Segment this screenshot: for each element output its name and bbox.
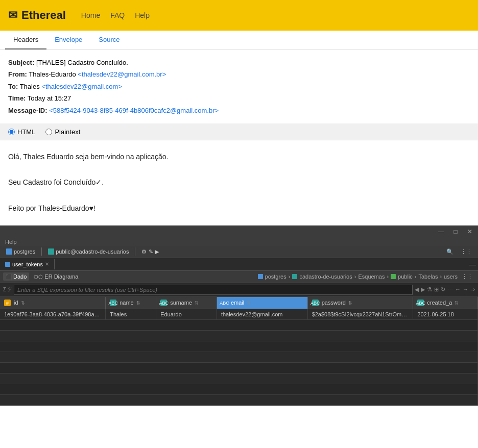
col-header-surname[interactable]: ABC surname ⇅ (156, 297, 217, 309)
id-col-icon: # (4, 300, 11, 306)
filter-last[interactable]: ⇒ (470, 286, 475, 293)
toolbar-more[interactable]: ⋮⋮ (459, 247, 474, 256)
table-row[interactable]: 1e90af76-3aa8-4036-a70a-39ff498ab44f Tha… (0, 309, 478, 320)
created-col-icon: ABC (417, 300, 424, 306)
from-email[interactable]: <thalesdev22@gmail.com.br> (78, 70, 166, 78)
surname-sort-icon[interactable]: ⇅ (195, 301, 199, 306)
id-sort-icon[interactable]: ⇅ (21, 301, 25, 306)
breadcrumb: postgres › cadastro-de-usuarios › Esquem… (258, 273, 458, 280)
nav-help[interactable]: Help (135, 11, 150, 19)
view-toggle: HTML Plaintext (0, 124, 478, 140)
col-header-name[interactable]: ABC name ⇅ (106, 297, 156, 309)
more-icon: ⋮⋮ (461, 248, 472, 255)
body-line3: Feito por Thales-Eduardo♥! (8, 202, 470, 215)
html-radio[interactable] (8, 129, 15, 135)
from-label: From: (8, 70, 27, 78)
filter-actions: ⚗ ⊞ ↻ ⋯ ← → ⇒ (427, 286, 475, 293)
bc-users: users (444, 273, 458, 280)
minimize-button[interactable]: — (437, 228, 445, 236)
table-row (0, 384, 478, 395)
navbar-links: Home FAQ Help (81, 11, 150, 19)
time-label: Time: (8, 94, 26, 102)
nav-home[interactable]: Home (81, 11, 100, 19)
brand: ✉ Ethereal (8, 9, 66, 22)
close-button[interactable]: ✕ (466, 228, 474, 236)
filter-funnel[interactable]: ⚗ (427, 286, 432, 293)
nav-faq[interactable]: FAQ (110, 11, 125, 19)
subject-label: Subject: (8, 59, 34, 66)
search-icon: 🔍 (446, 248, 453, 255)
time-line: Time: Today at 15:27 (8, 92, 470, 104)
db-data-table: # id ⇅ ABC name ⇅ ABC surname ⇅ (0, 297, 478, 406)
to-label: To: (8, 83, 18, 90)
plaintext-radio-label[interactable]: Plaintext (45, 128, 80, 136)
col-header-email[interactable]: ABC email ⇅ ⚗ (217, 297, 307, 309)
bc-sep2: › (354, 273, 356, 280)
action-icons: ⚙ ✎ ▶ (141, 248, 158, 255)
bc-schemas: Esquemas (358, 273, 385, 280)
col-header-id[interactable]: # id ⇅ (0, 297, 106, 309)
filter-fwd[interactable]: → (463, 286, 468, 293)
db-secondary-toolbar: ⬛ Dado ⬡⬡ ER Diagrama postgres › cadastr… (0, 271, 478, 283)
filter-grid[interactable]: ⊞ (434, 286, 439, 293)
email-sort-icon[interactable]: ⇅ (247, 301, 251, 306)
table-row (0, 341, 478, 352)
bc-tabelas: Tabelas (419, 273, 438, 280)
table-row (0, 331, 478, 341)
er-label: ER Diagrama (44, 273, 78, 280)
filter-nav-right[interactable]: ▶ (421, 286, 425, 293)
db-tab-bar: user_tokens ✕ — (0, 258, 478, 271)
table-row (0, 374, 478, 384)
email-filter-icon[interactable]: ⚗ (253, 301, 257, 306)
filter-input[interactable] (14, 285, 413, 295)
toolbar-schema[interactable]: public@cadastro-de-usuarios (46, 247, 131, 256)
filter-back[interactable]: ← (455, 286, 461, 293)
name-sort-icon[interactable]: ⇅ (136, 301, 140, 306)
window-controls-bar: — □ ✕ (0, 226, 478, 238)
bc-db: cadastro-de-usuarios (299, 273, 352, 280)
tab-headers[interactable]: Headers (5, 31, 46, 49)
db-filter-bar: Σ ℱ ◀ ▶ ⚗ ⊞ ↻ ⋯ ← → ⇒ (0, 283, 478, 297)
help-bar: Help (0, 238, 478, 246)
bc-sep3: › (387, 273, 389, 280)
filter-nav-left[interactable]: ◀ (415, 286, 419, 293)
maximize-button[interactable]: □ (451, 228, 460, 236)
created-sort-icon[interactable]: ⇅ (455, 301, 459, 306)
table-row (0, 395, 478, 406)
brand-name: Ethereal (21, 9, 66, 22)
schema-name: public@cadastro-de-usuarios (56, 248, 129, 255)
msgid-label: Message-ID: (8, 107, 47, 114)
cell-id: 1e90af76-3aa8-4036-a70a-39ff498ab44f (0, 309, 106, 320)
col-header-password[interactable]: ABC password ⇅ (307, 297, 413, 309)
schema-icon (48, 248, 54, 255)
toolbar-actions[interactable]: ⚙ ✎ ▶ (139, 247, 160, 256)
toolbar-db-icon[interactable]: postgres (4, 247, 37, 256)
dado-button[interactable]: ⬛ Dado (3, 272, 29, 281)
password-sort-icon[interactable]: ⇅ (348, 301, 352, 306)
tab-envelope[interactable]: Envelope (46, 31, 90, 49)
email-body: Olá, Thales Eduardo seja bem-vindo na ap… (0, 140, 478, 225)
filter-more[interactable]: ⋯ (447, 286, 453, 293)
cell-email: thalesdev22@gmail.com (217, 309, 307, 320)
email-headers: Subject: [THALES] Cadastro Concluído. Fr… (0, 49, 478, 124)
er-diagram-button[interactable]: ⬡⬡ ER Diagrama (31, 272, 81, 281)
bc-sep5: › (440, 273, 442, 280)
plaintext-radio[interactable] (45, 129, 52, 135)
db-tab-user-tokens[interactable]: user_tokens ✕ (0, 259, 55, 269)
toolbar-search[interactable]: 🔍 (444, 247, 456, 256)
filter-prefix-icons: Σ ℱ (3, 287, 12, 292)
bc-postgres: postgres (265, 273, 286, 280)
envelope-brand-icon: ✉ (8, 9, 17, 22)
db-tab-close[interactable]: ✕ (45, 261, 49, 267)
col-header-created[interactable]: ABC created_a ⇅ (413, 297, 478, 309)
tab-close-icon[interactable]: — (467, 259, 478, 269)
msgid-value[interactable]: <588f5424-9043-8f85-469f-4b806f0cafc2@gm… (49, 107, 219, 114)
tab-source[interactable]: Source (90, 31, 128, 49)
filter-refresh[interactable]: ↻ (441, 286, 445, 293)
msgid-line: Message-ID: <588f5424-9043-8f85-469f-4b8… (8, 105, 470, 116)
bc-more-icon[interactable]: ⋮⋮ (460, 272, 475, 281)
html-radio-label[interactable]: HTML (8, 128, 35, 136)
dado-label: Dado (13, 273, 27, 280)
body-line2: Seu Cadastro foi Concluído✓. (8, 176, 470, 189)
to-email[interactable]: <thalesdev22@gmail.com> (41, 83, 122, 90)
